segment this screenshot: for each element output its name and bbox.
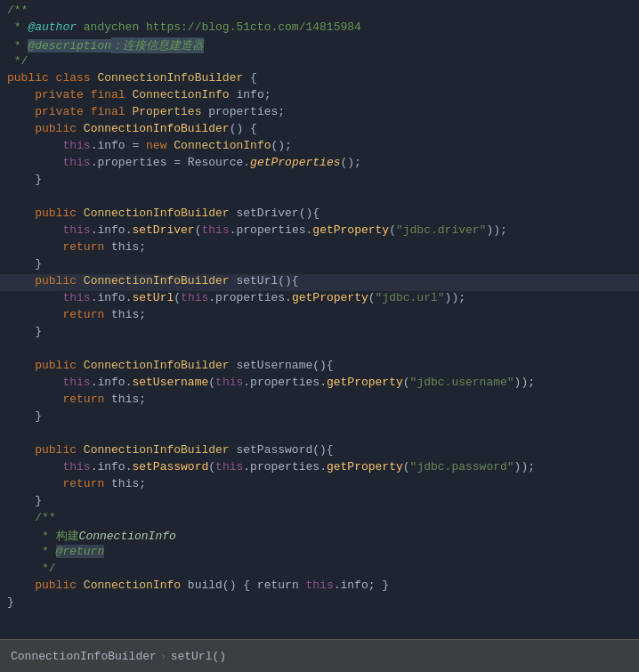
code-line [0, 342, 639, 359]
code-line: */ [0, 54, 639, 71]
code-line: this.properties = Resource.getProperties… [0, 156, 639, 173]
status-separator: › [160, 650, 167, 663]
code-line: return this; [0, 393, 639, 409]
code-editor: /** * @author andychen https://blog.51ct… [0, 0, 639, 639]
code-line: * @author andychen https://blog.51cto.co… [0, 20, 639, 37]
code-line: } [0, 173, 639, 190]
code-line: public ConnectionInfo build() { return t… [0, 579, 639, 595]
code-line: * @description：连接信息建造器 [0, 37, 639, 54]
code-line: this.info.setUsername(this.properties.ge… [0, 376, 639, 393]
code-line: */ [0, 562, 639, 579]
code-line: * 构建ConnectionInfo [0, 528, 639, 545]
code-line: return this; [0, 308, 639, 325]
code-line [0, 426, 639, 443]
code-line [0, 190, 639, 206]
code-line: public ConnectionInfoBuilder setUsername… [0, 359, 639, 376]
code-line: private final ConnectionInfo info; [0, 88, 639, 105]
code-line: } [0, 409, 639, 426]
code-line: } [0, 494, 639, 511]
code-line: this.info.setDriver(this.properties.getP… [0, 223, 639, 240]
code-line: /** [0, 511, 639, 528]
code-line: * @return [0, 545, 639, 562]
code-line: return this; [0, 240, 639, 257]
code-line: private final Properties properties; [0, 105, 639, 122]
code-line: this.info = new ConnectionInfo(); [0, 139, 639, 156]
code-line: public ConnectionInfoBuilder setDriver()… [0, 206, 639, 223]
status-method: setUrl() [171, 650, 226, 663]
status-bar: ConnectionInfoBuilder › setUrl() [0, 639, 639, 672]
code-line: } [0, 325, 639, 342]
code-line: } [0, 595, 639, 612]
code-line: public ConnectionInfoBuilder() { [0, 122, 639, 139]
code-line: public ConnectionInfoBuilder setUrl(){ [0, 274, 639, 291]
code-line: this.info.setPassword(this.properties.ge… [0, 460, 639, 477]
code-line: public ConnectionInfoBuilder setPassword… [0, 443, 639, 460]
code-line: /** [0, 4, 639, 20]
code-line: } [0, 257, 639, 274]
code-line: public class ConnectionInfoBuilder { [0, 71, 639, 88]
code-line: return this; [0, 477, 639, 494]
code-line: this.info.setUrl(this.properties.getProp… [0, 291, 639, 308]
status-class: ConnectionInfoBuilder [11, 650, 157, 663]
